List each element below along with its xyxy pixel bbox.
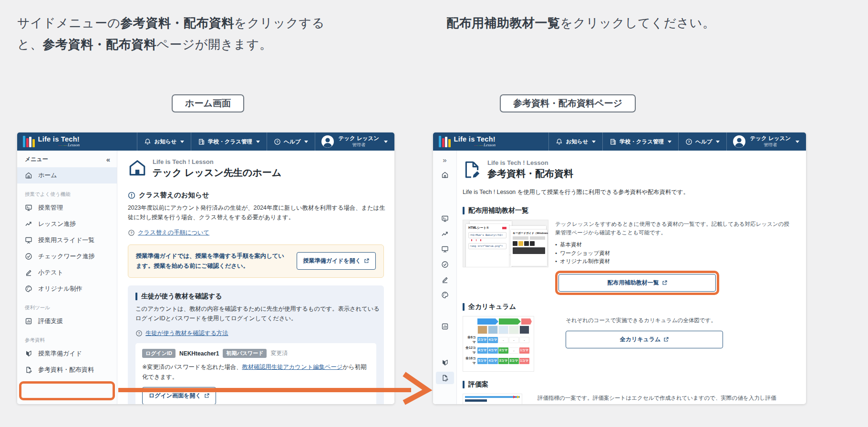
help-icon: ? xyxy=(274,138,281,145)
sidebar-collapse-button[interactable]: « xyxy=(106,155,110,163)
keyboard-guide-title: キーボードガイド（Windows） xyxy=(513,232,545,235)
button-highlight-box: 配布用補助教材一覧 xyxy=(555,271,719,295)
curriculum-cell: - xyxy=(498,337,508,343)
section-bar xyxy=(135,293,137,300)
handout-list-button[interactable]: 配布用補助教材一覧 xyxy=(558,274,716,292)
chevron-down-icon xyxy=(592,141,596,143)
logo-subtitle: Lesson xyxy=(484,142,496,147)
home-icon[interactable] xyxy=(436,169,454,181)
lesson-progress-icon[interactable] xyxy=(436,228,454,240)
bullet-item: オリジナル制作資材 xyxy=(555,257,795,266)
nav-school-class-management[interactable]: 学校・クラス管理 xyxy=(191,132,267,151)
class-management-icon xyxy=(25,204,32,212)
sidebar-item-label: 小テスト xyxy=(38,268,63,277)
evaluation-icon xyxy=(25,317,32,325)
code-snippet: <img src="marua.png"> xyxy=(468,243,506,249)
instruction-text-left: サイドメニューの参考資料・配布資料をクリックすると、参考資料・配布資料ページが開… xyxy=(17,12,341,55)
sidebar-item-class-management[interactable]: 授業管理 xyxy=(17,200,117,216)
external-link-icon xyxy=(364,258,369,264)
sidebar-item-evaluation-support[interactable]: 評価支援 xyxy=(17,313,117,329)
alert-icon xyxy=(128,192,135,199)
reference-icon[interactable] xyxy=(436,372,454,384)
student-account-edit-link[interactable]: 教材確認用生徒アカウント編集ページ xyxy=(242,364,342,370)
sheet-title: HTMLシート① xyxy=(468,226,489,230)
sidebar-item-quiz[interactable]: 小テスト xyxy=(17,264,117,281)
instruction-segment: をクリックしてください。 xyxy=(560,16,715,30)
svg-text:?: ? xyxy=(138,332,140,336)
check-materials-link[interactable]: 生徒が使う教材を確認する方法 xyxy=(145,329,228,337)
sidebar-item-label: 授業管理 xyxy=(38,203,63,212)
user-name: テック レッスン xyxy=(338,135,379,142)
instruction-bold: 参考資料・配布資料 xyxy=(43,37,157,51)
nav-label: 学校・クラス管理 xyxy=(208,138,252,145)
curriculum-cell: 1コマ xyxy=(519,358,529,364)
curriculum-cell: 4コマ xyxy=(488,358,498,364)
handout-section-title: 配布用補助教材一覧 xyxy=(468,206,528,215)
sidebar-item-class-slides[interactable]: 授業用スライド一覧 xyxy=(17,232,117,248)
user-menu[interactable]: テック レッスン 管理者 xyxy=(726,132,801,151)
open-prep-guide-button[interactable]: 授業準備ガイドを開く xyxy=(297,252,376,270)
chevron-down-icon xyxy=(796,141,799,143)
svg-text:?: ? xyxy=(130,231,133,235)
bullet-item: ワークショップ資材 xyxy=(555,249,795,258)
nav-help[interactable]: ? ヘルプ xyxy=(678,132,726,151)
curriculum-cell: 4コマ xyxy=(488,347,498,354)
arrow-head-icon xyxy=(400,372,433,405)
login-id-value: NEKHteacher1 xyxy=(179,350,219,357)
prep-guide-text: 授業準備ガイドでは、授業を準備する手順を案内しています。授業を始める前にご確認く… xyxy=(136,251,290,271)
evaluation-thumbnail xyxy=(463,394,522,404)
nav-label: お知らせ xyxy=(566,138,588,145)
help-icon: ? xyxy=(128,229,135,236)
class-management-icon[interactable] xyxy=(436,213,454,225)
user-menu[interactable]: テック レッスン 管理者 xyxy=(315,132,390,151)
svg-text:?: ? xyxy=(688,140,690,144)
curriculum-section-title: 全カリキュラム xyxy=(468,303,516,311)
nav-notifications[interactable]: お知らせ xyxy=(137,132,191,151)
app-header: Life is Tech! ——— Lesson お知らせ 学校・クラス管理 ?… xyxy=(17,132,394,151)
sidebar-item-lesson-progress[interactable]: レッスン進捗 xyxy=(17,216,117,232)
curriculum-description: それぞれのコースで実施できるカリキュラムの全体図です。 xyxy=(566,316,795,325)
chevron-down-icon xyxy=(256,141,260,143)
nav-help[interactable]: ? ヘルプ xyxy=(267,132,315,151)
sidebar-item-original-creation[interactable]: オリジナル制作 xyxy=(17,281,117,297)
original-icon[interactable] xyxy=(436,289,454,301)
user-role: 管理者 xyxy=(338,142,379,147)
external-link-icon xyxy=(663,337,669,342)
materials-body: このアカウントは、教材の内容を確認するために先生が使用するものです。表示されてい… xyxy=(135,305,380,324)
sidebar-expand-icon[interactable]: » xyxy=(436,153,454,166)
instruction-text-right: 配布用補助教材一覧をクリックしてください。 xyxy=(446,12,809,34)
sidebar-item-home[interactable]: ホーム xyxy=(17,167,117,183)
sidebar-item-checkwork-progress[interactable]: チェックワーク進捗 xyxy=(17,248,117,264)
class-change-procedure-link[interactable]: クラス替えの手順について xyxy=(138,229,209,237)
password-status: 変更済 xyxy=(270,349,288,357)
open-login-screen-button[interactable]: ログイン画面を開く xyxy=(142,387,216,404)
curriculum-cell: 3コマ xyxy=(509,358,519,364)
sidebar-item-reference-materials[interactable]: 参考資料・配布資料 xyxy=(17,362,117,378)
nav-notifications[interactable]: お知らせ xyxy=(548,132,602,151)
nav-school-class-management[interactable]: 学校・クラス管理 xyxy=(602,132,678,151)
page-intro: Life is Tech ! Lesson を使用して授業を行う際に利用できる参… xyxy=(463,188,795,196)
quiz-icon[interactable] xyxy=(436,274,454,286)
nav-label: ヘルプ xyxy=(284,138,300,145)
sidebar-item-lesson-prep-guide[interactable]: 授業準備ガイド xyxy=(17,346,117,362)
logo-title: Life is Tech! xyxy=(38,136,80,143)
mini-logo-icon xyxy=(502,227,506,229)
breadcrumb: Life is Tech ! Lesson xyxy=(153,158,281,165)
curriculum-row-label: 全12コマ xyxy=(465,346,477,355)
password-note: ※変更済のパスワードを忘れた場合、教材確認用生徒アカウント編集ページから初期化で… xyxy=(142,362,370,382)
checkwork-icon[interactable] xyxy=(436,258,454,271)
chevron-down-icon xyxy=(180,141,184,143)
curriculum-cell: 3コマ xyxy=(498,358,508,364)
bullet-item: 基本資材 xyxy=(555,241,795,249)
sidebar-item-label: チェックワーク進捗 xyxy=(38,252,95,261)
sidebar-item-label: 授業準備ガイド xyxy=(38,349,82,358)
guide-icon[interactable] xyxy=(436,356,454,369)
slides-icon[interactable] xyxy=(436,243,454,255)
instruction-bold: 参考資料・配布資料 xyxy=(120,16,234,30)
reference-page-label: 参考資料・配布資料ページ xyxy=(500,94,636,112)
home-icon xyxy=(25,172,32,179)
curriculum-cell: 4コマ xyxy=(488,337,498,343)
sidebar-item-label: ホーム xyxy=(38,171,57,180)
full-curriculum-button[interactable]: 全カリキュラム xyxy=(566,331,723,348)
evaluation-icon[interactable] xyxy=(436,320,454,333)
